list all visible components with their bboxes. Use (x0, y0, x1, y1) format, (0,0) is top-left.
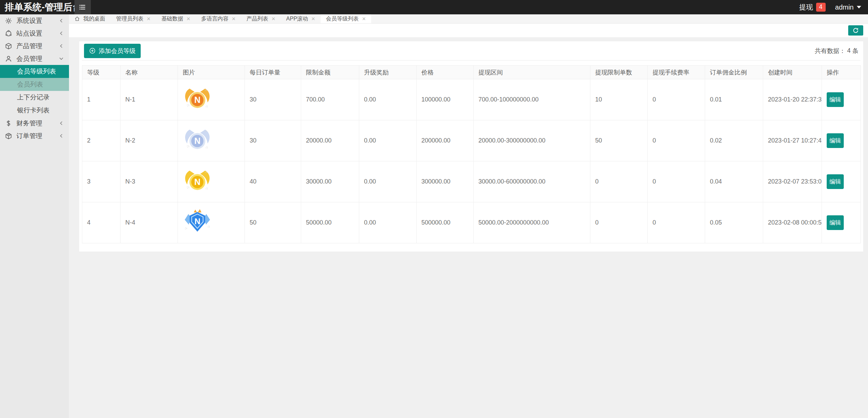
tab-close-icon[interactable]: × (362, 16, 366, 22)
cell-created-at: 2023-01-27 10:27:40 (763, 120, 822, 161)
cell-upgrade-reward: 0.00 (359, 202, 417, 243)
sidebar-subitem-label: 银行卡列表 (17, 106, 50, 115)
edit-button[interactable]: 编辑 (827, 215, 844, 230)
cell-withdraw-range: 50000.00-2000000000.00 (474, 202, 590, 243)
chevron-down-icon (58, 56, 64, 62)
tab-close-icon[interactable]: × (311, 16, 315, 22)
cell-created-at: 2023-01-20 22:37:37 (763, 79, 822, 120)
cell-daily-orders: 50 (245, 202, 301, 243)
sidebar-item-member-management[interactable]: 会员管理 (0, 52, 69, 65)
content-area: 我的桌面管理员列表×基础数据×多语言内容×产品列表×APP滚动×会员等级列表× … (69, 14, 868, 418)
cell-name: N-3 (121, 161, 178, 202)
column-header: 等级 (82, 66, 121, 79)
cell-name: N-4 (121, 202, 178, 243)
cell-withdraw-limit: 0 (590, 161, 648, 202)
svg-text:N: N (194, 136, 200, 146)
sidebar-item-system-settings[interactable]: 系统设置 (0, 14, 69, 27)
username: admin (835, 3, 854, 11)
refresh-icon (852, 27, 859, 34)
cell-actions: 编辑 (822, 161, 861, 202)
cell-withdraw-range: 700.00-100000000.00 (474, 79, 590, 120)
sidebar-item-site-settings[interactable]: 站点设置 (0, 27, 69, 40)
caret-down-icon (857, 6, 861, 9)
sidebar-subitem-label: 会员等级列表 (17, 67, 56, 76)
withdraw-label: 提现 (799, 3, 813, 12)
cell-created-at: 2023-02-07 23:53:06 (763, 161, 822, 202)
cell-price: 500000.00 (417, 202, 474, 243)
cell-actions: 编辑 (822, 79, 861, 120)
level-badge-image: N (183, 126, 212, 153)
sidebar-toggle-button[interactable] (74, 0, 91, 14)
cell-commission: 0.05 (705, 202, 763, 243)
tab-basic-data[interactable]: 基础数据× (156, 14, 196, 23)
column-header: 操作 (822, 66, 861, 79)
tab-admin-list[interactable]: 管理员列表× (111, 14, 156, 23)
gear-icon (5, 17, 12, 25)
level-badge-image: N (183, 167, 212, 194)
cell-commission: 0.01 (705, 79, 763, 120)
tab-close-icon[interactable]: × (232, 16, 236, 22)
tab-home[interactable]: 我的桌面 (69, 14, 111, 23)
refresh-button[interactable] (848, 25, 863, 36)
sidebar-item-product-management[interactable]: 产品管理 (0, 40, 69, 52)
cell-withdraw-range: 30000.00-600000000.00 (474, 161, 590, 202)
sidebar-subitem-member-list[interactable]: 会员列表 (0, 78, 69, 91)
member-icon (5, 55, 12, 63)
edit-button[interactable]: 编辑 (827, 174, 844, 189)
cell-limit-amount: 700.00 (301, 79, 359, 120)
member-level-table: 等级名称图片每日订单量限制金额升级奖励价格提现区间提现限制单数提现手续费率订单佣… (82, 65, 861, 243)
tab-member-level-list[interactable]: 会员等级列表× (321, 14, 372, 23)
cell-withdraw-limit: 0 (590, 202, 648, 243)
level-badge-image: N (183, 85, 212, 112)
column-header: 价格 (417, 66, 474, 79)
chevron-left-icon (58, 133, 64, 139)
tab-label: 我的桌面 (83, 15, 105, 23)
tab-product-list[interactable]: 产品列表× (241, 14, 281, 23)
svg-text:N: N (194, 177, 200, 187)
cell-upgrade-reward: 0.00 (359, 79, 417, 120)
tab-label: 管理员列表 (116, 15, 143, 23)
cell-upgrade-reward: 0.00 (359, 120, 417, 161)
cell-limit-amount: 30000.00 (301, 161, 359, 202)
tab-multi-language[interactable]: 多语言内容× (196, 14, 241, 23)
cell-upgrade-reward: 0.00 (359, 161, 417, 202)
edit-button[interactable]: 编辑 (827, 92, 844, 107)
chevron-left-icon (58, 120, 64, 126)
tab-close-icon[interactable]: × (187, 16, 191, 22)
user-menu[interactable]: admin (835, 3, 861, 11)
sidebar-subitem-updown-record[interactable]: 上下分记录 (0, 91, 69, 104)
cell-level: 2 (82, 120, 121, 161)
column-header: 图片 (178, 66, 245, 79)
total-count-text: 共有数据：4 条 (815, 47, 858, 55)
table-wrapper: 等级名称图片每日订单量限制金额升级奖励价格提现区间提现限制单数提现手续费率订单佣… (82, 65, 860, 243)
withdraw-link[interactable]: 提现 4 (799, 3, 826, 12)
cell-withdraw-fee: 0 (648, 161, 705, 202)
app-title: 排单系统-管理后台 (0, 1, 70, 13)
total-prefix: 共有数据： (815, 47, 845, 55)
tab-close-icon[interactable]: × (147, 16, 151, 22)
chevron-left-icon (58, 43, 64, 49)
column-header: 升级奖励 (359, 66, 417, 79)
sidebar-item-label: 会员管理 (16, 54, 58, 63)
total-count: 4 (847, 47, 851, 54)
edit-button[interactable]: 编辑 (827, 133, 844, 148)
cell-image: N (178, 202, 245, 243)
cell-image: N (178, 120, 245, 161)
cell-daily-orders: 30 (245, 120, 301, 161)
toolbar (69, 24, 868, 37)
sidebar-subitem-label: 上下分记录 (17, 93, 50, 102)
main-layout: 系统设置站点设置产品管理会员管理会员等级列表会员列表上下分记录银行卡列表财务管理… (0, 14, 868, 418)
member-level-card: 添加会员等级 共有数据：4 条 等级名称图片每日订单量限制金额升级奖励价格提现区… (79, 41, 863, 252)
sidebar-subitem-member-level-list[interactable]: 会员等级列表 (0, 65, 69, 78)
tab-close-icon[interactable]: × (272, 16, 276, 22)
add-member-level-button[interactable]: 添加会员等级 (84, 44, 141, 58)
cell-commission: 0.04 (705, 161, 763, 202)
sidebar-item-order-management[interactable]: 订单管理 (0, 130, 69, 142)
tab-app-scroll[interactable]: APP滚动× (281, 14, 321, 23)
table-row: 3N-3 N4030000.000.00300000.0030000.00-60… (82, 161, 861, 202)
sidebar-item-finance-management[interactable]: 财务管理 (0, 117, 69, 130)
column-header: 名称 (121, 66, 178, 79)
svg-text:N: N (194, 95, 200, 105)
sidebar-subitem-bank-card-list[interactable]: 银行卡列表 (0, 104, 69, 117)
menu-icon (79, 3, 86, 11)
